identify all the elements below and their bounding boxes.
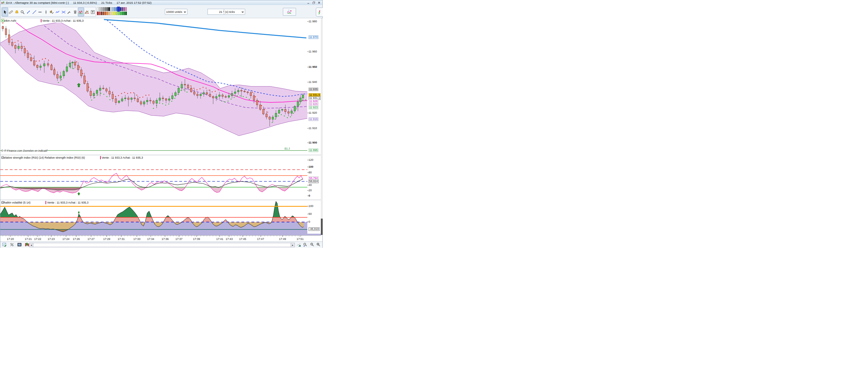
chart-arrow-icon[interactable] [296,242,302,247]
tool-arrow-segment[interactable] [25,7,31,16]
color-swatch[interactable] [110,11,112,16]
rsi-chart[interactable] [0,155,321,200]
color-swatch[interactable] [103,11,104,16]
svg-text:17:26: 17:26 [73,237,80,241]
interval-value: 21 [219,10,222,13]
color-swatch[interactable] [116,7,117,11]
detach-window-icon[interactable] [91,156,94,159]
color-swatch[interactable] [114,7,116,11]
tool-pattern-triangle[interactable] [84,7,90,16]
color-swatch[interactable] [101,11,102,16]
close-icon[interactable] [41,201,44,205]
percent-icon[interactable] [9,242,15,247]
color-swatch[interactable] [118,7,119,11]
edit-chart2-icon[interactable] [2,242,7,247]
color-swatch[interactable] [108,7,110,11]
screenshot-icon[interactable] [17,242,22,247]
tool-button-group [1,7,96,17]
color-swatch[interactable] [101,7,102,11]
color-swatch[interactable] [120,7,121,11]
svg-text:17:43: 17:43 [226,237,233,241]
color-swatch[interactable] [108,11,110,16]
zoom-fit-icon[interactable] [302,242,308,247]
color-swatch[interactable] [122,11,123,16]
close-icon[interactable] [95,156,99,159]
price-chart[interactable] [0,18,321,153]
svg-text:17:22: 17:22 [34,237,41,241]
quote-label: Vente : 11 933,3 Achat : 11 935,3 [102,156,143,159]
tool-zigzag[interactable] [54,7,61,16]
wrench-icon[interactable] [86,156,90,159]
tool-trend-line[interactable] [31,7,37,16]
color-swatch[interactable] [104,7,106,11]
tool-horizontal-segment[interactable] [37,7,43,16]
scroll-right-arrow[interactable]: ► [291,243,295,247]
wrench-icon[interactable] [17,19,21,23]
buy-arrow-icon[interactable] [36,19,40,23]
svg-text:17:45: 17:45 [239,237,246,241]
window-title: DAX - Allemagne 30 au comptant (Mini-con… [6,1,69,4]
compare-icon[interactable] [24,242,30,247]
color-palette [97,7,128,16]
color-swatch[interactable] [118,11,119,16]
tool-vertical-line[interactable] [43,7,49,16]
units-dropdown[interactable]: 10000 unités [165,9,187,15]
color-swatch[interactable] [103,7,104,11]
sidebar-toggle-tab[interactable] [316,7,323,17]
tool-text-tool[interactable] [90,7,96,16]
chevron-down-icon [184,11,186,13]
scrollbar-thumb[interactable] [321,218,323,235]
color-swatch[interactable] [99,11,100,16]
color-swatch[interactable] [106,11,108,16]
tool-trash[interactable] [72,7,78,16]
vertical-scrollbar[interactable] [321,18,323,235]
rsi-panel-header: Relative strength index (RSI) (14) Relat… [1,156,144,159]
color-swatch[interactable] [116,11,117,16]
color-swatch[interactable] [120,11,121,16]
color-swatch[interactable] [104,11,106,16]
detach-window-icon[interactable] [36,201,40,205]
zoom-out-icon[interactable] [309,242,315,247]
chaikin-panel-header: Chaikin volatilité (5 14) Vente : 11 933… [1,201,90,205]
detach-window-icon[interactable] [22,19,26,23]
chart-style-button[interactable] [283,8,296,16]
color-swatch[interactable] [112,7,114,11]
color-swatch[interactable] [112,11,114,16]
quote-separator [45,201,46,204]
color-swatch[interactable] [97,7,99,11]
minimize-button[interactable] [306,1,310,4]
horizontal-scrollbar[interactable] [33,243,291,247]
color-swatch[interactable] [122,7,123,11]
quote-label: Vente : 11 933,3 Achat : 11 935,3 [42,19,84,22]
color-swatch[interactable] [123,7,125,11]
svg-text:17:51: 17:51 [297,237,304,241]
color-swatch[interactable] [97,11,99,16]
color-swatch[interactable] [106,7,108,11]
title-timeframe: 21 Ticks [101,1,112,4]
color-swatch[interactable] [125,7,127,11]
sell-arrow-icon[interactable] [31,19,35,23]
tool-chart-edit[interactable] [49,7,55,16]
color-swatch[interactable] [110,7,112,11]
svg-text:17:37: 17:37 [176,237,183,241]
wrench-icon[interactable] [31,201,35,205]
color-swatch[interactable] [99,7,100,11]
title-bar[interactable]: DAX - Allemagne 30 au comptant (Mini-con… [0,0,322,5]
tool-ruler[interactable] [8,7,14,16]
tool-alarm[interactable] [13,7,20,16]
close-button[interactable] [317,1,321,4]
tool-pattern-zigzag[interactable] [78,7,84,16]
restore-button[interactable] [311,1,316,4]
interval-spinner[interactable]: 21 [208,9,226,15]
tool-cursor[interactable] [2,7,8,16]
zoom-in-icon[interactable] [315,242,321,247]
interval-unit-dropdown[interactable]: (x) ticks [224,9,245,15]
color-swatch[interactable] [125,11,127,16]
color-swatch[interactable] [123,11,125,16]
chaikin-chart[interactable] [0,200,321,236]
tool-tools[interactable] [66,7,72,16]
tool-magnifier[interactable] [20,7,26,16]
tool-crossed-lines[interactable] [60,7,67,16]
close-icon[interactable] [27,19,30,23]
color-swatch[interactable] [114,11,116,16]
